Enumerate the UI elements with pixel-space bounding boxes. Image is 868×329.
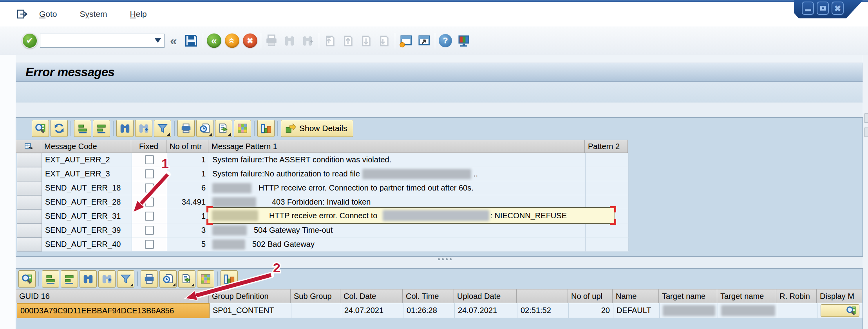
cell-target-name-1[interactable] [660, 303, 718, 318]
cell-no-of-mtr[interactable]: 5 [167, 237, 209, 252]
graphic-button[interactable] [221, 270, 238, 288]
cell-pattern-2[interactable] [586, 223, 629, 237]
menu-system[interactable]: System [80, 9, 107, 19]
column-header-group-definition[interactable]: Group Definition [209, 289, 291, 303]
cell-no-of-mtr[interactable]: 1 [167, 209, 209, 223]
splitter-handle[interactable] [438, 258, 452, 260]
graphic-button[interactable] [257, 120, 275, 137]
cell-name[interactable]: DEFAULT [613, 303, 660, 318]
customize-layout-button[interactable] [457, 34, 471, 48]
cell-message-code[interactable]: SEND_AUT_ERR_28 [42, 195, 132, 209]
column-header-name[interactable]: Name [613, 289, 659, 303]
sort-ascending-button[interactable] [74, 120, 91, 137]
select-all-button[interactable] [16, 140, 41, 153]
cell-fixed[interactable] [132, 209, 167, 223]
column-header-guid-16[interactable]: GUID 16 [16, 289, 209, 303]
row-selector[interactable] [17, 181, 42, 195]
first-page-button[interactable] [323, 34, 336, 47]
menu-help[interactable]: Help [130, 9, 147, 19]
cell-message-pattern[interactable]: 504 Gateway Time-out [209, 223, 586, 237]
cell-fixed[interactable] [132, 223, 167, 237]
export-views-button[interactable] [159, 270, 177, 288]
print-button[interactable] [177, 120, 195, 137]
cell-message-pattern[interactable]: HTTP receive error. Connection to partne… [209, 181, 586, 195]
collapse-toolbar-icon[interactable]: « [170, 33, 177, 48]
maximize-button[interactable] [817, 2, 829, 15]
column-header-target-name-2[interactable]: Target name [717, 289, 776, 303]
row-selector[interactable] [17, 167, 42, 181]
cell-message-code[interactable]: SEND_AUT_ERR_39 [42, 223, 132, 237]
column-header-target-name-1[interactable]: Target name [659, 289, 717, 303]
help-button[interactable]: ? [439, 34, 452, 47]
row-selector[interactable] [17, 223, 42, 237]
column-header-no-of-mtr[interactable]: No of mtr [166, 140, 208, 153]
minimize-button[interactable] [802, 2, 814, 15]
fixed-checkbox[interactable] [145, 183, 154, 192]
sort-ascending-button[interactable] [42, 270, 59, 288]
export-views-button[interactable] [196, 120, 213, 137]
fixed-checkbox[interactable] [145, 169, 154, 178]
cell-message-pattern[interactable]: System failure:No authorization to read … [209, 167, 586, 181]
cell-message-pattern[interactable]: 502 Bad Gateway [209, 237, 586, 252]
table-row[interactable]: EXT_AUT_ERR_2 1 System failure:The ASSER… [17, 153, 863, 167]
cell-fixed[interactable] [132, 195, 167, 209]
fixed-checkbox[interactable] [145, 155, 154, 164]
cell-pattern-2[interactable] [586, 181, 629, 195]
cancel-button[interactable]: ✖ [243, 33, 257, 48]
cell-pattern-2[interactable] [586, 167, 629, 181]
table-row[interactable]: SEND_AUT_ERR_18 6 HTTP receive error. Co… [17, 181, 863, 195]
exit-button[interactable]: « [225, 33, 239, 48]
previous-page-button[interactable] [341, 34, 354, 47]
export-file-button[interactable] [178, 270, 195, 288]
export-file-button[interactable] [215, 120, 232, 137]
new-session-button[interactable] [399, 34, 413, 48]
back-button[interactable]: « [207, 33, 221, 48]
cell-no-of-mtr[interactable]: 1 [167, 153, 209, 167]
choose-layout-button[interactable] [234, 120, 251, 137]
column-header-col-time[interactable]: Col. Time [403, 289, 454, 303]
cell-fixed[interactable] [132, 167, 167, 181]
find-button[interactable] [80, 270, 97, 288]
print-button[interactable] [141, 270, 158, 288]
cell-message-code[interactable]: SEND_AUT_ERR_40 [42, 237, 132, 252]
show-details-button[interactable]: Show Details [281, 120, 353, 137]
column-header-upload-date[interactable]: Upload Date [454, 289, 517, 303]
table-row[interactable]: 000D3A79C9D11EEBBAF94DCE13B6A856 SP01_CO… [17, 303, 863, 318]
column-header-r-robin[interactable]: R. Robin [776, 289, 817, 303]
find-button[interactable] [116, 120, 134, 137]
table-row[interactable]: EXT_AUT_ERR_3 1 System failure:No author… [17, 167, 863, 181]
sort-descending-button[interactable] [61, 270, 78, 288]
cell-r-robin[interactable] [777, 303, 817, 318]
column-header-col-date[interactable]: Col. Date [340, 289, 403, 303]
column-header-message-code[interactable]: Message Code [41, 140, 131, 153]
fixed-checkbox[interactable] [145, 198, 154, 207]
filter-button[interactable] [117, 270, 134, 288]
display-messages-button[interactable] [821, 304, 859, 317]
refresh-button[interactable] [51, 120, 68, 137]
cell-upl-time[interactable]: 02:51:52 [517, 303, 569, 318]
system-menu-icon[interactable] [16, 8, 28, 20]
fixed-checkbox[interactable] [145, 226, 154, 235]
fixed-checkbox[interactable] [145, 212, 154, 221]
command-field[interactable] [40, 34, 165, 48]
column-header-fixed[interactable]: Fixed [131, 140, 166, 153]
enter-button[interactable]: ✔ [22, 33, 38, 49]
row-selector[interactable] [17, 237, 42, 252]
cell-message-code[interactable]: SEND_AUT_ERR_18 [42, 181, 132, 195]
cell-no-of-upl[interactable]: 20 [569, 303, 613, 318]
table-row[interactable]: SEND_AUT_ERR_40 5 502 Bad Gateway [17, 237, 863, 252]
cell-fixed[interactable] [132, 153, 167, 167]
details-button[interactable] [32, 120, 49, 137]
cell-upload-date[interactable]: 24.07.2021 [455, 303, 517, 318]
save-button[interactable] [184, 34, 198, 48]
cell-sub-group[interactable] [291, 303, 341, 318]
column-header-sub-group[interactable]: Sub Group [291, 289, 340, 303]
find-next-button[interactable] [98, 270, 116, 288]
find-next-button[interactable] [135, 120, 152, 137]
cell-col-date[interactable]: 24.07.2021 [341, 303, 403, 318]
next-page-button[interactable] [359, 34, 372, 47]
details-button[interactable] [18, 270, 36, 288]
cell-message-pattern[interactable]: System failure:The ASSERT condition was … [209, 153, 586, 167]
find-button[interactable] [283, 34, 296, 47]
cell-pattern-2[interactable] [586, 237, 629, 252]
